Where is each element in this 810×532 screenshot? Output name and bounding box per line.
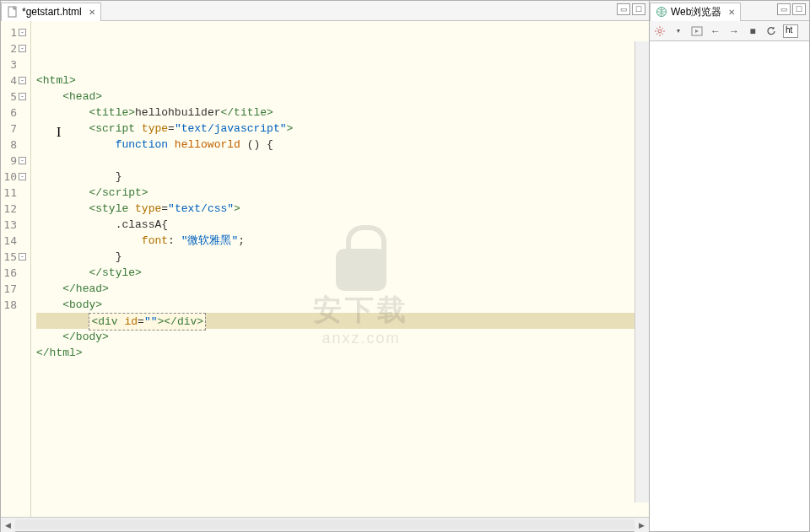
gutter-line: 7	[1, 121, 29, 137]
refresh-icon[interactable]	[764, 24, 778, 38]
play-icon[interactable]	[690, 24, 704, 38]
stop-icon[interactable]: ■	[746, 24, 759, 38]
gutter-line: 9-	[1, 153, 29, 169]
code-line[interactable]: <title>hellohbuilder</title>	[36, 105, 649, 121]
file-icon	[7, 6, 19, 18]
fold-marker[interactable]: -	[19, 45, 26, 52]
browser-content	[650, 41, 809, 531]
url-input[interactable]: ht	[783, 24, 798, 38]
editor-tab-bar: *getstart.html ✕ ▭ ☐	[1, 1, 649, 21]
browser-pane: Web浏览器 ✕ ▭ ☐ ▾ ← → ■ ht	[650, 0, 810, 532]
code-line[interactable]: <html>	[36, 73, 649, 89]
code-line[interactable]: <body>	[36, 297, 649, 313]
code-line[interactable]: <head>	[36, 89, 649, 105]
fold-marker[interactable]: -	[19, 77, 26, 84]
scroll-left-arrow[interactable]: ◀	[1, 518, 15, 532]
gutter-line: 18	[1, 297, 29, 313]
vertical-scrollbar[interactable]	[634, 41, 649, 502]
gutter-line: 11	[1, 185, 29, 201]
gutter-line: 10-	[1, 169, 29, 185]
fold-marker[interactable]: -	[19, 29, 26, 36]
fold-marker[interactable]: -	[19, 253, 26, 261]
gutter-line: 17	[1, 281, 29, 297]
svg-point-2	[658, 30, 662, 33]
fold-marker[interactable]: -	[19, 157, 26, 164]
dropdown-icon[interactable]: ▾	[672, 24, 685, 38]
editor-tab[interactable]: *getstart.html ✕	[1, 3, 101, 21]
editor-pane: *getstart.html ✕ ▭ ☐ 1-2-34-5-6789-10-11…	[0, 0, 650, 532]
editor-area[interactable]: 1-2-34-5-6789-10-1112131415-161718 <html…	[1, 21, 649, 517]
code-line[interactable]: function helloworld () {	[36, 137, 649, 153]
editor-tab-label: *getstart.html	[22, 6, 82, 18]
gutter-line: 6	[1, 105, 29, 121]
maximize-pane-button[interactable]: ☐	[792, 3, 806, 15]
forward-icon[interactable]: →	[727, 24, 741, 38]
browser-tab-label: Web浏览器	[671, 5, 721, 19]
scroll-right-arrow[interactable]: ▶	[634, 518, 649, 532]
fold-marker[interactable]: -	[19, 173, 26, 180]
code-line[interactable]: font: "微软雅黑";	[36, 233, 649, 249]
maximize-pane-button[interactable]: ☐	[632, 3, 645, 15]
gutter-line: 3	[1, 56, 29, 73]
code-line[interactable]: <div id=""></div>	[36, 313, 649, 329]
code-line[interactable]: }	[36, 169, 649, 185]
line-gutter: 1-2-34-5-6789-10-1112131415-161718	[1, 21, 31, 517]
close-icon[interactable]: ✕	[89, 8, 95, 17]
minimize-pane-button[interactable]: ▭	[617, 3, 630, 15]
gutter-line: 14	[1, 233, 29, 249]
text-cursor: I	[57, 124, 61, 140]
code-line[interactable]: .classA{	[36, 217, 649, 233]
code-line[interactable]: </script>	[36, 185, 649, 201]
close-icon[interactable]: ✕	[728, 8, 735, 17]
selection-box: <div id=""></div>	[89, 313, 206, 330]
gutter-line: 13	[1, 217, 29, 233]
gutter-line: 5-	[1, 89, 29, 105]
gear-icon[interactable]	[653, 24, 667, 38]
code-line[interactable]: </style>	[36, 265, 649, 281]
code-line[interactable]	[36, 153, 649, 169]
code-line[interactable]: </html>	[36, 345, 649, 361]
horizontal-scrollbar[interactable]: ◀ ▶	[1, 517, 649, 531]
code-area[interactable]: <html> <head> <title>hellohbuilder</titl…	[31, 21, 649, 517]
code-line[interactable]: <style type="text/css">	[36, 201, 649, 217]
code-line[interactable]: </head>	[36, 281, 649, 297]
code-line[interactable]: <script type="text/javascript">	[36, 121, 649, 137]
gutter-line: 12	[1, 201, 29, 217]
gutter-line: 2-	[1, 40, 29, 56]
globe-icon	[656, 6, 667, 18]
gutter-line: 8	[1, 137, 29, 153]
browser-toolbar: ▾ ← → ■ ht	[650, 21, 809, 41]
gutter-line: 4-	[1, 73, 29, 89]
code-line[interactable]: </body>	[36, 329, 649, 345]
browser-tab[interactable]: Web浏览器 ✕	[650, 3, 741, 21]
gutter-line: 15-	[1, 249, 29, 265]
code-line[interactable]: }	[36, 249, 649, 265]
gutter-line: 1-	[1, 24, 29, 40]
pane-controls: ▭ ☐	[777, 3, 806, 15]
browser-tab-bar: Web浏览器 ✕ ▭ ☐	[650, 1, 809, 21]
back-icon[interactable]: ←	[709, 24, 722, 38]
minimize-pane-button[interactable]: ▭	[777, 3, 791, 15]
gutter-line: 16	[1, 265, 29, 281]
pane-controls: ▭ ☐	[617, 3, 645, 15]
fold-marker[interactable]: -	[19, 93, 26, 100]
